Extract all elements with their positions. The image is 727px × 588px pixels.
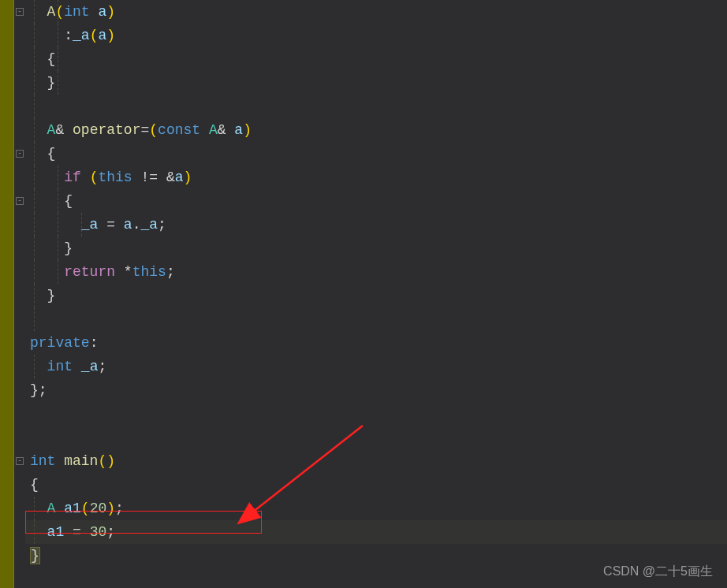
code-line: return *this; [30,260,727,284]
code-line: A& operator=(const A& a) [30,118,727,142]
fold-column: - - - - [14,0,25,588]
fold-icon[interactable]: - [16,457,24,465]
code-line: int main() [30,449,727,473]
code-line [30,426,727,449]
code-line: A a1(20); [30,497,727,520]
code-line [30,307,727,331]
code-line: }; [30,378,727,402]
watermark: CSDN @二十5画生 [603,564,713,580]
fold-icon[interactable]: - [16,8,24,16]
code-line: } [30,236,727,260]
code-line: { [30,189,727,213]
code-line: a1 = 30; [30,520,727,544]
code-line: { [30,473,727,497]
code-line: { [30,47,727,71]
code-line: if (this != &a) [30,166,727,189]
code-line: :_a(a) [30,24,727,47]
code-line: { [30,142,727,166]
code-editor[interactable]: - - - - A(int a) :_a(a) { } A& operator=… [0,0,727,588]
code-line: private: [30,331,727,355]
code-line: } [30,71,727,95]
fold-icon[interactable]: - [16,150,24,158]
code-line [30,402,727,426]
code-area[interactable]: A(int a) :_a(a) { } A& operator=(const A… [25,0,727,588]
code-line: A(int a) [30,0,727,24]
gutter [0,0,14,588]
fold-icon[interactable]: - [16,197,24,205]
code-line: _a = a._a; [30,213,727,236]
code-line: int _a; [30,355,727,378]
code-line: } [30,284,727,307]
code-line [30,95,727,118]
